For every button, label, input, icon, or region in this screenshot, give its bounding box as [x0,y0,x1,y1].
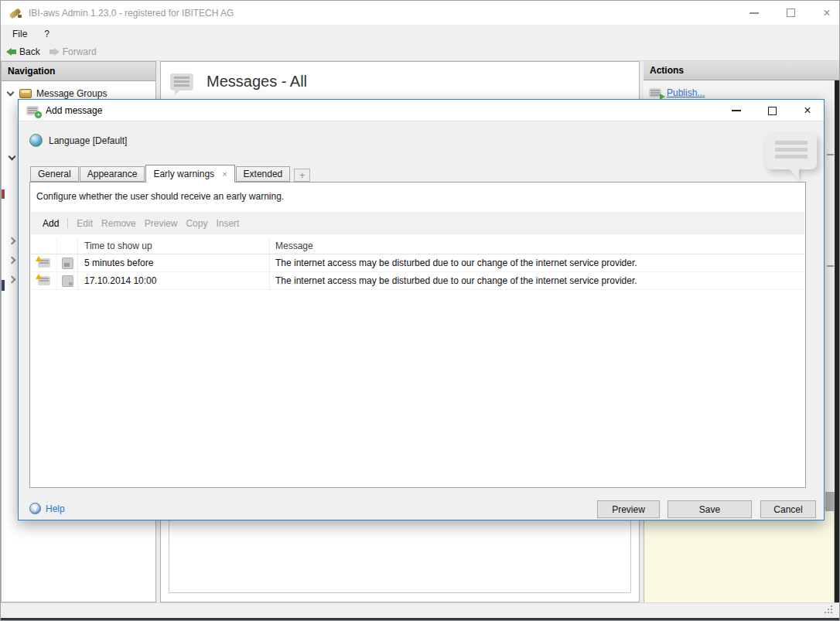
back-button[interactable]: Back [6,46,40,57]
tree-icon-fragment [2,189,5,199]
warning-message-icon [38,276,50,285]
tab-label: Appearance [87,169,138,179]
minimize-icon [732,110,741,111]
tab-add-button[interactable]: + [294,169,310,182]
language-selector[interactable]: Language [Default] [29,134,127,147]
maximize-button[interactable] [784,1,797,25]
appearance-thumbnail-icon [62,275,73,287]
tab-label: Early warnings [153,169,214,179]
globe-icon [29,134,43,147]
appearance-thumbnail-icon [62,258,73,269]
app-window: IBI-aws Admin 1.23.0 - registered for IB… [0,0,840,621]
dialog-titlebar: + Add message × [19,100,824,121]
tab-extended[interactable]: Extended [236,166,291,182]
tab-general[interactable]: General [30,166,79,182]
page-title: Messages - All [207,73,307,90]
chevron-down-icon[interactable] [7,89,15,97]
message-column-header[interactable]: Message [269,238,804,254]
plus-badge-icon: + [35,111,42,118]
publish-link[interactable]: Publish... [667,87,705,98]
row-time: 17.10.2014 10:00 [77,272,269,289]
close-button[interactable]: × [821,1,833,25]
titlebar: IBI-aws Admin 1.23.0 - registered for IB… [1,1,839,25]
window-bottom-edge [1,618,839,620]
row-icon-cell [31,254,56,271]
forward-button[interactable]: Forward [50,46,97,57]
dialog-close-button[interactable]: × [801,100,814,121]
row-thumbnail-cell [56,254,77,271]
remove-button[interactable]: Remove [101,218,136,229]
window-title: IBI-aws Admin 1.23.0 - registered for IB… [29,8,234,19]
back-arrow-icon [6,48,16,56]
row-time: 5 minutes before [77,254,269,271]
menu-file[interactable]: File [4,29,36,39]
menu-help[interactable]: ? [36,29,58,39]
maximize-icon [787,9,795,17]
publish-icon [649,88,661,97]
warnings-toolbar: Add Edit Remove Preview Copy Insert [31,212,804,234]
tab-appearance[interactable]: Appearance [80,166,145,182]
edit-button[interactable]: Edit [77,218,93,229]
early-warnings-panel: Configure whether the user should receiv… [29,182,806,488]
note-preview-panel [644,507,835,603]
table-row[interactable]: 17.10.2014 10:00 The internet access may… [31,272,804,290]
minimize-button[interactable] [748,1,760,25]
table-row[interactable]: 5 minutes before The internet access may… [31,254,804,272]
back-label: Back [19,46,40,57]
plus-icon: + [299,170,305,181]
dialog-minimize-button[interactable] [730,100,743,121]
chevron-right-icon[interactable] [9,237,16,245]
help-label: Help [46,503,65,514]
language-label: Language [Default] [49,135,127,146]
dialog-preview-button[interactable]: Preview [597,500,660,518]
tab-label: Extended [244,169,283,179]
message-groups-icon [19,89,32,98]
table-header: Time to show up Message [31,238,804,254]
warnings-table: Time to show up Message 5 minutes before… [31,238,804,290]
panel-description: Configure whether the user should receiv… [36,191,284,202]
dark-edge-strip [835,80,840,603]
dialog-tabs: General Appearance Early warnings × Exte… [30,165,311,182]
tab-early-warnings[interactable]: Early warnings × [145,165,234,183]
help-icon: ? [29,503,41,514]
dialog-cancel-button[interactable]: Cancel [760,500,816,518]
dialog-controls: × [730,100,814,121]
navigation-toolbar: Back Forward [1,43,839,61]
dialog-save-button[interactable]: Save [668,500,752,518]
message-watermark-tail [789,169,799,181]
chevron-down-icon[interactable] [9,153,16,161]
add-message-dialog: + Add message × Language [Default] Gener… [18,99,825,520]
main-header: Messages - All [161,62,639,90]
dialog-maximize-button[interactable] [766,100,778,121]
action-publish[interactable]: Publish... [649,87,840,98]
insert-button[interactable]: Insert [216,218,239,229]
hidden-action-fragment [827,265,834,267]
time-column-header[interactable]: Time to show up [77,238,269,254]
minimize-icon [750,12,759,14]
message-watermark-icon [766,134,817,169]
row-icon-cell [31,272,56,289]
copy-button[interactable]: Copy [186,218,207,229]
preview-button[interactable]: Preview [145,218,178,229]
navigation-panel-header: Navigation [2,62,155,81]
status-bar [1,602,839,618]
tab-close-icon[interactable]: × [222,169,227,179]
tab-label: General [38,169,71,179]
icon-column-header [31,238,56,254]
forward-label: Forward [63,46,97,57]
message-bubble-icon [170,73,193,90]
add-button[interactable]: Add [43,218,59,229]
chevron-right-icon[interactable] [9,257,16,264]
toolbar-separator [67,218,68,228]
tree-icon-fragment [2,280,5,291]
dialog-title: Add message [46,105,102,116]
help-link[interactable]: ? Help [29,503,65,514]
chevron-right-icon[interactable] [9,276,16,284]
maximize-icon [768,107,777,115]
warning-message-icon [38,258,50,268]
row-message: The internet access may be disturbed due… [269,272,804,289]
window-controls: × [748,1,833,25]
row-message: The internet access may be disturbed due… [269,254,804,271]
resize-grip[interactable] [831,612,832,613]
row-thumbnail-cell [56,272,77,289]
